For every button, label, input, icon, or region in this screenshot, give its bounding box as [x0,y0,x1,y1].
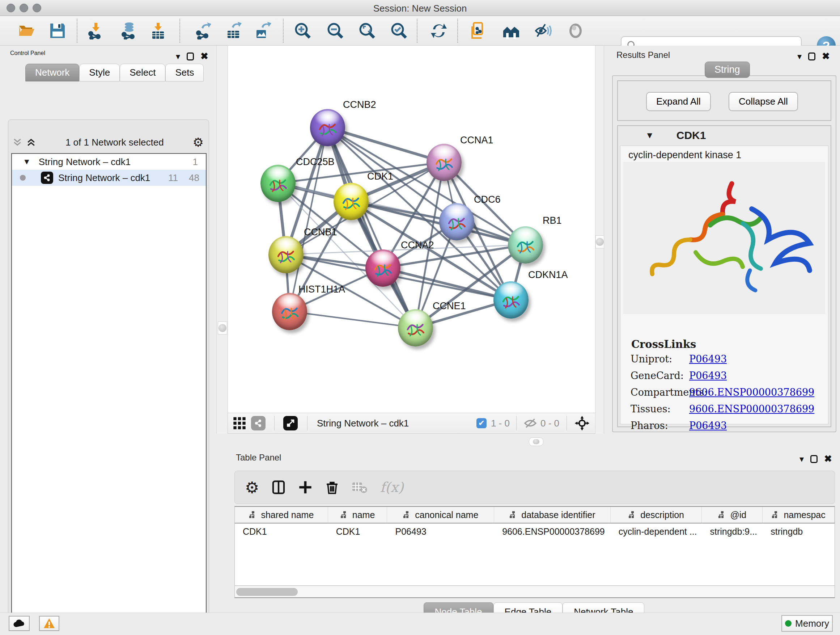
entry-collapse-icon[interactable]: ▼ [645,130,654,141]
zoom-out-button[interactable] [325,21,345,41]
network-row[interactable]: String Network – cdk1 11 48 [12,170,206,186]
node-CDKN1A[interactable] [493,281,529,318]
tab-sets[interactable]: Sets [165,64,204,81]
node-RB1[interactable] [508,226,543,264]
results-panel-close-icon[interactable]: ✖ [822,51,830,62]
edge-HIST1H1A-CCNE1[interactable] [289,311,415,328]
show-hidden-button[interactable] [566,21,585,41]
memory-button[interactable]: Memory [782,615,833,632]
tab-network[interactable]: Network [25,64,79,81]
network-share-icon[interactable] [251,416,265,431]
network-node-count: 11 [168,172,178,184]
zoom-selected-button[interactable] [389,21,409,41]
protein-ribbon-icon [499,290,524,314]
table-cell[interactable]: cyclin-dependent ... [611,524,702,539]
warnings-button[interactable] [39,616,59,631]
pan-crosshair-icon[interactable] [574,415,590,431]
zoom-fit-button[interactable] [357,21,377,41]
open-session-button[interactable] [17,21,36,41]
results-panel-menu-icon[interactable]: ▾ [797,51,802,62]
network-collection-row[interactable]: ▼ String Network – cdk1 1 [12,154,206,170]
show-all-networks-button[interactable] [501,21,521,41]
import-network-button[interactable] [86,21,106,41]
tab-select[interactable]: Select [120,64,165,81]
left-splitter-grip[interactable] [218,321,227,334]
edge-CCNB2-CCNE1[interactable] [327,127,415,328]
node-CCNB2[interactable] [310,109,345,146]
export-image-button[interactable] [253,21,273,41]
table-horizontal-scrollbar[interactable] [234,586,835,598]
table-panel-close-icon[interactable]: ✖ [824,453,832,464]
import-network-from-database-button[interactable] [119,21,139,41]
tab-style[interactable]: Style [79,64,120,81]
node-table[interactable]: shared name name canonical name database… [234,506,835,586]
column-header-5[interactable]: description [611,507,702,523]
node-CDC6[interactable] [439,203,474,241]
network-options-gear-icon[interactable]: ⚙ [193,135,204,149]
table-row[interactable]: CDK1CDK1P064939606.ENSP00000378699cyclin… [235,524,835,539]
node-HIST1H1A[interactable] [272,293,307,330]
crosslink-value-link[interactable]: 9606.ENSP00000378699 [689,403,814,415]
table-panel-menu-icon[interactable]: ▾ [799,454,804,464]
add-column-icon[interactable] [298,480,313,494]
node-CCNB1[interactable] [268,236,303,273]
node-CCNA1[interactable] [426,144,462,181]
delete-column-icon[interactable] [325,480,339,494]
selected-checkbox-icon[interactable]: ✔ [477,418,486,428]
collapse-all-icon[interactable] [12,137,23,148]
protein-ribbon-icon [444,211,470,235]
show-columns-icon[interactable] [271,480,286,494]
crosslink-value-link[interactable]: 9606.ENSP00000378699 [689,386,814,398]
column-header-1[interactable]: shared name [235,507,328,523]
table-cell[interactable]: 9606.ENSP00000378699 [494,524,611,539]
crosslink-value-link[interactable]: P06493 [689,353,727,364]
expand-all-icon[interactable] [26,137,36,148]
right-splitter-grip[interactable] [595,235,604,249]
import-table-button[interactable] [148,21,168,41]
collection-expand-icon[interactable]: ▼ [23,157,31,166]
birds-eye-view-icon[interactable] [283,416,298,431]
export-network-button[interactable] [194,21,213,41]
crosslink-value-link[interactable]: P06493 [689,420,727,431]
column-header-7[interactable]: namespac [763,507,835,523]
control-panel-float-icon[interactable] [187,52,194,60]
results-panel-float-icon[interactable] [808,52,815,60]
column-header-3[interactable]: canonical name [387,507,494,523]
export-table-button[interactable] [224,21,244,41]
node-CDC25B[interactable] [261,165,295,202]
control-panel-menu-icon[interactable]: ▾ [176,51,180,62]
node-CCNA2[interactable] [365,249,401,287]
table-settings-gear-icon[interactable]: ⚙ [245,478,259,497]
column-header-2[interactable]: name [328,507,387,523]
node-CDK1[interactable] [333,183,369,220]
control-panel-close-icon[interactable]: ✖ [201,51,208,62]
network-edges [228,46,595,413]
bottom-splitter-grip[interactable] [529,437,543,446]
table-cell[interactable]: P06493 [387,524,494,539]
grid-view-icon[interactable] [228,416,251,431]
collapse-all-button[interactable]: Collapse All [729,92,798,111]
cloud-button[interactable] [9,616,30,631]
table-cell[interactable]: CDK1 [328,524,387,539]
crosslink-value-link[interactable]: P06493 [689,370,727,381]
column-header-6[interactable]: @id [702,507,763,523]
network-canvas[interactable]: CCNB2 CCNA1 CDC25B CDK1 CDC6 RB1 CCNB1 [228,46,595,413]
tab-string[interactable]: String [705,62,750,78]
apply-layout-button[interactable] [429,21,448,41]
clone-network-button[interactable] [469,21,488,41]
table-cell[interactable]: stringdb [763,524,835,539]
zoom-in-button[interactable] [293,21,313,41]
left-splitter[interactable] [216,46,228,434]
hide-selected-button[interactable] [533,21,553,41]
save-session-button[interactable] [48,21,67,41]
column-attribute-icon [771,510,780,519]
table-panel-float-icon[interactable] [810,455,818,463]
scrollbar-thumb[interactable] [236,588,298,596]
expand-all-button[interactable]: Expand All [646,92,711,111]
column-header-4[interactable]: database identifier [494,507,611,523]
right-splitter[interactable] [595,46,604,434]
table-cell[interactable]: stringdb:9... [702,524,763,539]
node-CCNE1[interactable] [398,309,433,347]
table-cell[interactable]: CDK1 [235,524,328,539]
column-header-label: namespac [783,510,825,520]
